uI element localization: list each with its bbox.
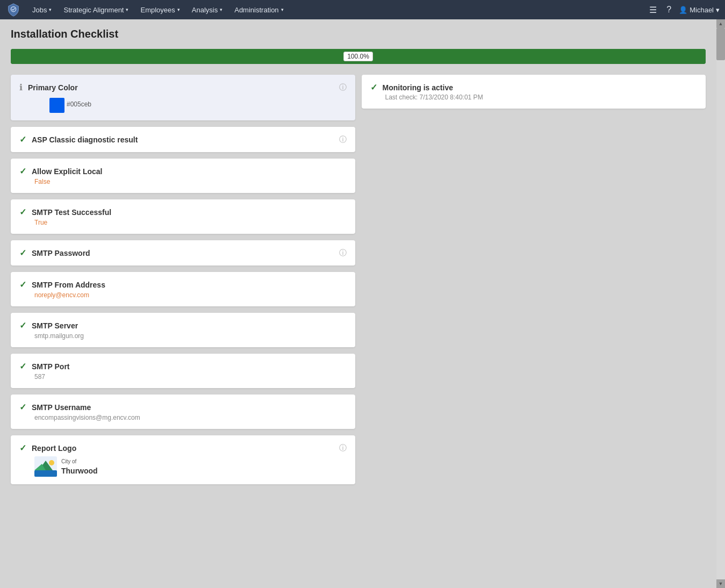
nav-administration-chevron: ▾ xyxy=(281,7,284,12)
card-allow-explicit-local-header: ✓ Allow Explicit Local xyxy=(19,166,347,176)
help-icon[interactable]: ? xyxy=(664,3,673,17)
card-monitoring: ✓ Monitoring is active Last check: 7/13/… xyxy=(362,75,706,109)
check-icon-smtp-password: ✓ xyxy=(19,248,26,258)
user-name: Michael xyxy=(690,6,714,14)
card-smtp-from: ✓ SMTP From Address noreply@encv.com xyxy=(11,272,355,306)
card-smtp-username: ✓ SMTP Username encompassingvisions@mg.e… xyxy=(11,395,355,429)
check-icon-report-logo: ✓ xyxy=(19,443,26,453)
card-report-logo: ✓ Report Logo ⓘ xyxy=(11,435,355,484)
checklist-right: ✓ Monitoring is active Last check: 7/13/… xyxy=(362,75,706,109)
svg-rect-2 xyxy=(34,470,57,477)
nav-items: Jobs ▾ Strategic Alignment ▾ Employees ▾… xyxy=(27,3,647,17)
report-logo-title: Report Logo xyxy=(32,444,76,453)
allow-explicit-local-value: False xyxy=(34,178,347,185)
logo-city-label: City of xyxy=(61,458,76,464)
smtp-port-title: SMTP Port xyxy=(32,362,70,371)
scroll-thumb[interactable] xyxy=(716,28,725,60)
smtp-password-title: SMTP Password xyxy=(32,249,90,257)
card-smtp-password-header: ✓ SMTP Password ⓘ xyxy=(19,248,347,258)
card-monitoring-header: ✓ Monitoring is active xyxy=(370,82,698,92)
card-smtp-server: ✓ SMTP Server smtp.mailgun.org xyxy=(11,313,355,347)
monitoring-subtitle: Last check: 7/13/2020 8:40:01 PM xyxy=(385,94,698,101)
nav-employees[interactable]: Employees ▾ xyxy=(135,3,185,17)
card-smtp-test-header: ✓ SMTP Test Successful xyxy=(19,207,347,217)
check-icon-smtp-username: ✓ xyxy=(19,402,26,412)
card-smtp-port: ✓ SMTP Port 587 xyxy=(11,354,355,388)
nav-employees-label: Employees xyxy=(140,6,175,14)
card-smtp-password: ✓ SMTP Password ⓘ xyxy=(11,240,355,266)
color-label: #005ceb xyxy=(67,101,91,108)
nav-jobs-chevron: ▾ xyxy=(49,7,52,12)
page-title: Installation Checklist xyxy=(11,28,706,40)
smtp-test-title: SMTP Test Successful xyxy=(32,208,111,217)
nav-analysis-label: Analysis xyxy=(192,6,218,14)
smtp-from-title: SMTP From Address xyxy=(32,281,105,289)
nav-strategic-alignment[interactable]: Strategic Alignment ▾ xyxy=(58,3,134,17)
user-menu[interactable]: 👤 Michael ▾ xyxy=(679,6,720,14)
check-icon-monitoring: ✓ xyxy=(370,82,377,92)
scrollbar[interactable]: ▲ ▼ xyxy=(716,19,725,588)
smtp-username-value: encompassingvisions@mg.encv.com xyxy=(34,414,347,421)
smtp-from-value: noreply@encv.com xyxy=(34,291,347,299)
card-report-logo-header: ✓ Report Logo ⓘ xyxy=(19,443,347,453)
card-asp-classic-header: ✓ ASP Classic diagnostic result ⓘ xyxy=(19,134,347,145)
smtp-server-title: SMTP Server xyxy=(32,321,78,330)
nav-administration-label: Administration xyxy=(234,6,278,14)
nav-employees-chevron: ▾ xyxy=(177,7,180,12)
smtp-password-info-icon[interactable]: ⓘ xyxy=(339,248,347,258)
smtp-username-title: SMTP Username xyxy=(32,403,91,412)
user-icon: 👤 xyxy=(679,6,687,14)
logo-city-name: Thurwood xyxy=(61,467,98,475)
smtp-server-value: smtp.mailgun.org xyxy=(34,332,347,340)
progress-bar: 100.0% xyxy=(11,49,706,64)
brand-logo xyxy=(5,2,21,18)
info-circle-icon: ℹ xyxy=(19,82,23,92)
content-area: Installation Checklist 100.0% ℹ Primary … xyxy=(0,19,716,588)
menu-icon[interactable]: ☰ xyxy=(647,3,659,17)
primary-color-swatch-area: #005ceb xyxy=(34,96,347,113)
card-smtp-test: ✓ SMTP Test Successful True xyxy=(11,199,355,234)
card-smtp-from-header: ✓ SMTP From Address xyxy=(19,279,347,290)
page-wrapper: Installation Checklist 100.0% ℹ Primary … xyxy=(0,19,725,588)
allow-explicit-local-title: Allow Explicit Local xyxy=(32,167,102,176)
card-smtp-server-header: ✓ SMTP Server xyxy=(19,320,347,331)
logo-text-area: City of Thurwood xyxy=(61,457,98,476)
checklist-left: ℹ Primary Color ⓘ #005ceb ✓ ASP Classic … xyxy=(11,75,355,484)
scroll-down-arrow[interactable]: ▼ xyxy=(716,579,725,588)
checklist-grid: ℹ Primary Color ⓘ #005ceb ✓ ASP Classic … xyxy=(11,75,706,484)
primary-color-info-icon[interactable]: ⓘ xyxy=(339,83,347,92)
color-swatch xyxy=(49,98,64,113)
check-icon-smtp-from: ✓ xyxy=(19,279,26,290)
nav-strategic-alignment-label: Strategic Alignment xyxy=(63,6,124,14)
smtp-test-value: True xyxy=(34,219,347,226)
card-smtp-port-header: ✓ SMTP Port xyxy=(19,361,347,371)
nav-analysis[interactable]: Analysis ▾ xyxy=(186,3,228,17)
card-primary-color-header: ℹ Primary Color ⓘ xyxy=(19,82,347,92)
card-asp-classic: ✓ ASP Classic diagnostic result ⓘ xyxy=(11,127,355,152)
scroll-track xyxy=(716,28,725,579)
primary-color-title: Primary Color xyxy=(28,83,78,92)
logo-area: City of Thurwood xyxy=(34,456,347,477)
svg-point-5 xyxy=(49,460,54,465)
check-icon-smtp-test: ✓ xyxy=(19,207,26,217)
card-smtp-username-header: ✓ SMTP Username xyxy=(19,402,347,412)
card-primary-color: ℹ Primary Color ⓘ #005ceb xyxy=(11,75,355,120)
nav-jobs[interactable]: Jobs ▾ xyxy=(27,3,57,17)
nav-jobs-label: Jobs xyxy=(32,6,47,14)
smtp-port-value: 587 xyxy=(34,373,347,381)
nav-strategic-alignment-chevron: ▾ xyxy=(126,7,128,12)
navbar: Jobs ▾ Strategic Alignment ▾ Employees ▾… xyxy=(0,0,725,19)
check-icon-smtp-server: ✓ xyxy=(19,320,26,331)
report-logo-info-icon[interactable]: ⓘ xyxy=(339,443,347,453)
check-icon-asp: ✓ xyxy=(19,134,26,145)
report-logo-image xyxy=(34,456,57,477)
nav-right: ☰ ? 👤 Michael ▾ xyxy=(647,3,720,17)
scroll-up-arrow[interactable]: ▲ xyxy=(716,19,725,28)
monitoring-title: Monitoring is active xyxy=(383,83,453,92)
check-icon-allow-explicit: ✓ xyxy=(19,166,26,176)
asp-classic-info-icon[interactable]: ⓘ xyxy=(339,135,347,145)
asp-classic-title: ASP Classic diagnostic result xyxy=(32,135,138,144)
nav-analysis-chevron: ▾ xyxy=(220,7,222,12)
nav-administration[interactable]: Administration ▾ xyxy=(229,3,289,17)
check-icon-smtp-port: ✓ xyxy=(19,361,26,371)
